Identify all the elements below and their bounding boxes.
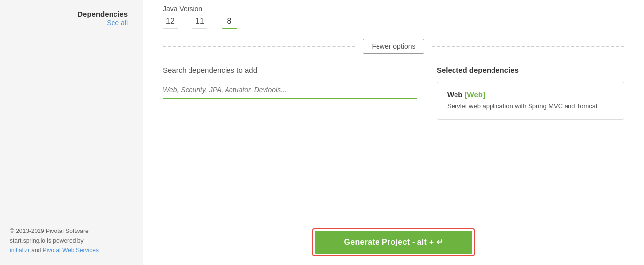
footer-links: initializr and Pivotal Web Services — [10, 246, 133, 255]
sidebar: Dependencies See all © 2013-2019 Pivotal… — [0, 0, 143, 265]
java-version-8-underline — [222, 28, 237, 29]
java-version-section: Java Version 12 11 8 — [163, 5, 624, 29]
deps-card-description: Servlet web application with Spring MVC … — [447, 101, 614, 111]
deps-search-panel: Search dependencies to add — [163, 66, 417, 120]
java-version-label: Java Version — [163, 5, 624, 13]
dependencies-section: Search dependencies to add Selected depe… — [163, 66, 624, 120]
sidebar-footer: © 2013-2019 Pivotal Software start.sprin… — [10, 227, 133, 255]
java-version-12[interactable]: 12 — [163, 17, 178, 29]
java-version-8[interactable]: 8 — [222, 17, 237, 29]
deps-search-input[interactable] — [163, 82, 417, 99]
generate-project-button[interactable]: Generate Project - alt + ↵ — [315, 231, 473, 254]
fewer-options-line-right — [432, 46, 624, 47]
see-all-link[interactable]: See all — [107, 19, 128, 27]
powered-by-text: start.spring.io is powered by — [10, 236, 133, 246]
deps-search-title: Search dependencies to add — [163, 66, 417, 74]
java-version-12-label: 12 — [166, 17, 175, 26]
initializr-link[interactable]: initializr — [10, 247, 30, 254]
main-content: Java Version 12 11 8 — [143, 0, 644, 265]
pivotal-link[interactable]: Pivotal Web Services — [43, 247, 99, 254]
deps-card-web: Web [Web] Servlet web application with S… — [437, 82, 624, 120]
dependencies-label: Dependencies — [10, 10, 128, 18]
sidebar-top: Dependencies See all — [10, 10, 133, 227]
selected-deps-title: Selected dependencies — [437, 66, 624, 74]
java-version-11-label: 11 — [195, 17, 204, 26]
java-version-11-underline — [192, 28, 207, 29]
java-version-options: 12 11 8 — [163, 17, 624, 29]
fewer-options-line-left — [163, 46, 355, 47]
deps-card-tag: [Web] — [465, 90, 485, 99]
and-text: and — [31, 247, 41, 254]
fewer-options-row: Fewer options — [163, 39, 624, 54]
sidebar-dependencies: Dependencies See all — [10, 10, 133, 27]
deps-card-name-text: Web — [447, 90, 462, 99]
fewer-options-button[interactable]: Fewer options — [363, 39, 425, 54]
deps-search-input-wrapper — [163, 82, 417, 99]
deps-card-name-row: Web [Web] — [447, 90, 614, 99]
main-layout: Dependencies See all © 2013-2019 Pivotal… — [0, 0, 644, 265]
content-footer: Generate Project - alt + ↵ — [163, 219, 624, 265]
java-version-8-label: 8 — [227, 17, 232, 26]
java-version-12-underline — [163, 28, 178, 29]
content-top: Java Version 12 11 8 — [163, 0, 624, 219]
copyright-text: © 2013-2019 Pivotal Software — [10, 227, 133, 236]
selected-dependencies-panel: Selected dependencies Web [Web] Servlet … — [437, 66, 624, 120]
java-version-11[interactable]: 11 — [192, 17, 207, 29]
generate-btn-wrapper: Generate Project - alt + ↵ — [312, 228, 475, 256]
